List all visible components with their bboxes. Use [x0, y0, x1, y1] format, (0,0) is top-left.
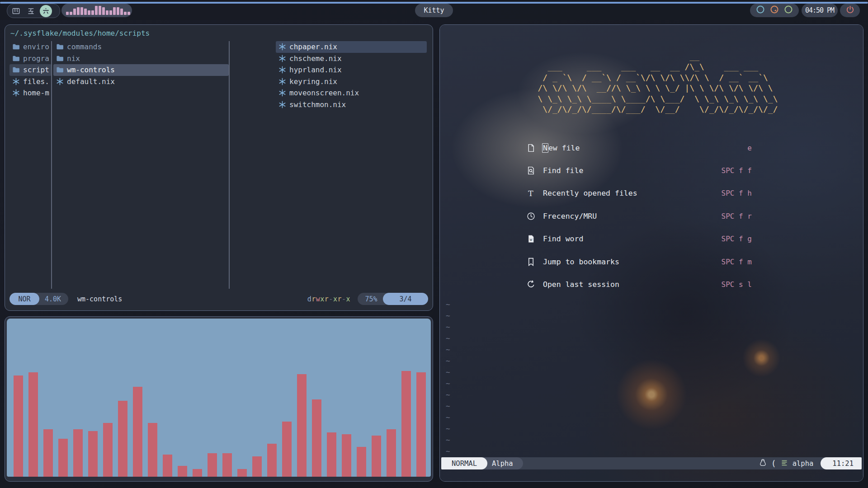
blue-circle-icon[interactable] — [755, 5, 765, 16]
histogram-bar — [117, 7, 119, 15]
window-title-pill: Kitty — [415, 4, 453, 17]
menu-item-label: Find word — [543, 235, 722, 243]
file-row[interactable]: hyprland.nix — [276, 64, 427, 76]
separator-glyph: ( — [771, 459, 776, 468]
workspace-switcher[interactable] — [7, 4, 60, 18]
menu-item-frecency-mru[interactable]: Frecency/MRUSPC f r — [526, 205, 752, 227]
nix-file-icon — [278, 66, 286, 74]
tilde: ~ — [446, 412, 450, 423]
chart-bar — [416, 372, 426, 477]
cursor-position-badge: 3/4 — [383, 293, 428, 305]
nix-file-icon — [278, 55, 286, 62]
nix-file-icon — [278, 43, 286, 51]
workspace-five-icon[interactable] — [26, 6, 35, 15]
column-divider — [229, 41, 230, 289]
folder-icon — [12, 66, 20, 74]
permission-char: d — [307, 295, 312, 303]
chart-bar — [103, 423, 113, 477]
tilde: ~ — [446, 321, 450, 333]
bookmarks-icon — [526, 257, 536, 267]
menu-item-label: Find file — [543, 166, 722, 175]
chart-bar — [208, 453, 217, 477]
menu-item-find-file[interactable]: Find fileSPC f f — [526, 159, 752, 182]
file-name: home-m — [23, 89, 49, 97]
file-row[interactable]: files. — [9, 76, 52, 88]
workspace-four-icon[interactable] — [11, 6, 20, 15]
file-name: moveonscreen.nix — [289, 89, 359, 97]
tilde: ~ — [446, 310, 450, 321]
file-row[interactable]: nix — [53, 53, 229, 65]
file-row[interactable]: chpaper.nix — [276, 41, 427, 53]
file-row[interactable]: enviro — [9, 41, 52, 53]
file-row[interactable]: switchmon.nix — [276, 99, 427, 111]
file-row[interactable]: commands — [53, 41, 229, 53]
chart-bar — [88, 431, 98, 477]
nix-file-icon — [12, 78, 20, 85]
chart-bar — [252, 456, 262, 477]
file-name: progra — [23, 54, 49, 63]
permission-char: r — [337, 295, 342, 303]
menu-item-new-file[interactable]: New filee — [526, 136, 752, 159]
file-row[interactable]: moveonscreen.nix — [276, 87, 427, 99]
chart-bar — [14, 375, 23, 477]
linux-penguin-icon — [759, 459, 767, 468]
block-cursor: N — [542, 143, 548, 153]
permission-char: w — [316, 295, 321, 303]
menu-item-find-word[interactable]: wFind wordSPC f g — [526, 228, 752, 250]
file-name: wm-controls — [67, 66, 115, 74]
fm-status-bar: NOR 4.0K wm-controls drwxr-xr-x 75% 3/4 — [9, 293, 428, 305]
file-row[interactable]: wm-controls — [53, 64, 229, 76]
nix-file-icon — [278, 101, 286, 108]
file-row[interactable]: default.nix — [53, 76, 229, 88]
fm-col-current: commandsnixwm-controlsdefault.nix — [53, 41, 229, 87]
clock: 04:50 PM — [802, 4, 838, 17]
file-row[interactable]: progra — [9, 53, 52, 65]
histogram-bar — [120, 9, 123, 15]
menu-item-label: Recently opened files — [543, 189, 722, 197]
folder-icon — [56, 43, 64, 51]
histogram-bar — [124, 12, 127, 15]
menu-item-open-last-session[interactable]: Open last sessionSPC s l — [526, 273, 752, 296]
tilde: ~ — [446, 434, 450, 446]
permission-char: x — [320, 295, 325, 303]
file-row[interactable]: script — [9, 64, 52, 76]
file-row[interactable]: keyring.nix — [276, 76, 427, 88]
chart-bar — [387, 429, 396, 477]
histogram-bar — [91, 10, 94, 15]
menu-item-label: Jump to bookmarks — [543, 258, 722, 266]
status-indicators[interactable] — [750, 4, 799, 17]
menu-item-shortcut: SPC s l — [722, 280, 752, 289]
tilde: ~ — [446, 299, 450, 310]
power-button[interactable] — [840, 4, 860, 17]
permission-char: r — [325, 295, 329, 303]
tilde: ~ — [446, 333, 450, 344]
file-name: chscheme.nix — [289, 54, 342, 63]
file-name: script — [23, 66, 49, 74]
menu-item-shortcut: e — [747, 144, 752, 152]
histogram-bar — [102, 7, 105, 15]
histogram-bar — [73, 9, 76, 15]
topbar-histogram — [61, 4, 132, 17]
green-circle-icon[interactable] — [783, 5, 793, 16]
workspace-six-active[interactable] — [40, 5, 52, 17]
hostname-text: alpha — [793, 460, 814, 468]
menu-item-recently-opened-files[interactable]: TRecently opened filesSPC f h — [526, 182, 752, 205]
chart-bar — [163, 455, 172, 477]
window-title: Kitty — [424, 6, 444, 14]
chart-plot — [7, 319, 431, 477]
histogram-bar — [127, 12, 130, 15]
chart-bar — [222, 453, 232, 477]
menu-item-jump-to-bookmarks[interactable]: Jump to bookmarksSPC f m — [526, 250, 752, 273]
chart-bar — [312, 399, 321, 477]
tilde: ~ — [446, 355, 450, 366]
chart-bar — [401, 371, 411, 477]
nix-file-icon — [278, 78, 286, 85]
histogram-bar — [95, 6, 98, 15]
orange-circle-icon[interactable] — [769, 5, 779, 16]
histogram-bar — [77, 7, 80, 15]
chart-bar — [267, 444, 277, 477]
file-row[interactable]: home-m — [9, 87, 52, 99]
fm-col-parent: enviroprograscriptfiles.home-m — [9, 41, 52, 99]
histogram-bar — [113, 7, 116, 15]
file-row[interactable]: chscheme.nix — [276, 53, 427, 65]
